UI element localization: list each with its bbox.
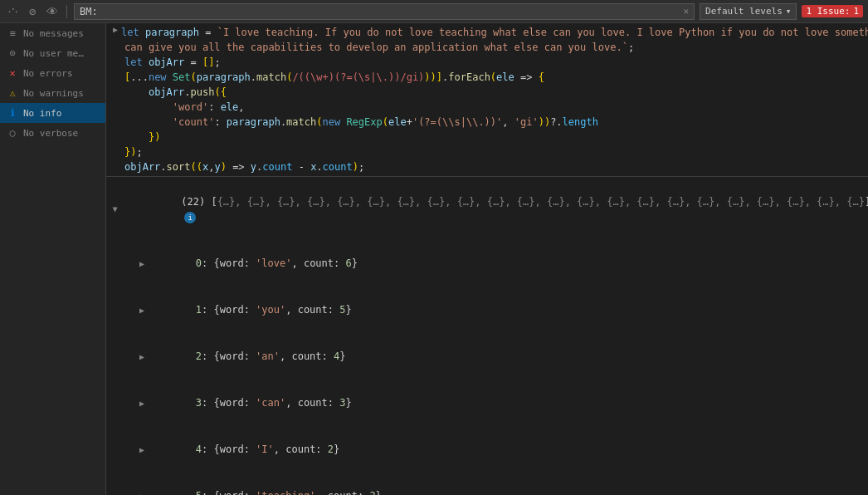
- main-content: ≡ No messages ⊙ No user me… ✕ No errors …: [0, 23, 868, 495]
- item-expand-1[interactable]: ▶: [139, 306, 144, 315]
- issues-count: 1: [853, 6, 859, 17]
- levels-label: Default levels: [705, 6, 783, 17]
- code-text-1: let paragraph = `I love teaching. If you…: [121, 25, 868, 40]
- sidebar-item-warnings[interactable]: ⚠ No warnings: [0, 83, 105, 103]
- code-line-9: });: [106, 145, 868, 159]
- levels-arrow: ▾: [786, 6, 792, 17]
- item-expand-0[interactable]: ▶: [139, 259, 144, 268]
- item-text-3: 3: {word: 'can', count: 3}: [148, 380, 352, 425]
- separator-1: [66, 5, 67, 18]
- item-text-1: 1: {word: 'you', count: 5}: [148, 287, 352, 332]
- code-line-7: 'count': paragraph.match(new RegExp(ele+…: [106, 115, 868, 130]
- expand-arrow-1[interactable]: ▶: [113, 25, 118, 34]
- sidebar-item-verbose[interactable]: ○ No verbose: [0, 123, 105, 143]
- array-item-5: ▶ 5: {word: 'teaching', count: 2}: [106, 473, 868, 495]
- code-text-10: objArr.sort((x,y) => y.count - x.count);: [124, 159, 364, 174]
- sidebar-item-errors[interactable]: ✕ No errors: [0, 63, 105, 83]
- settings-icon[interactable]: [5, 4, 20, 19]
- eye-icon[interactable]: 👁: [45, 4, 60, 19]
- code-line-6: 'word': ele,: [106, 100, 868, 115]
- array-item-1: ▶ 1: {word: 'you', count: 5}: [106, 287, 868, 333]
- search-clear-button[interactable]: ✕: [683, 6, 689, 17]
- array-item-0: ▶ 0: {word: 'love', count: 6}: [106, 240, 868, 287]
- array-item-2: ▶ 2: {word: 'an', count: 4}: [106, 333, 868, 380]
- circle-icon[interactable]: ⊘: [25, 4, 40, 19]
- search-container: ✕: [74, 3, 695, 20]
- code-text-4: [...new Set(paragraph.match(/((\w+)(?=(\…: [124, 70, 544, 85]
- code-editor: ▶ let paragraph = `I love teaching. If y…: [106, 23, 868, 177]
- code-area[interactable]: ▶ let paragraph = `I love teaching. If y…: [106, 23, 868, 495]
- code-text-6: 'word': ele,: [124, 100, 245, 115]
- code-line-8: }): [106, 130, 868, 145]
- user-icon: ⊙: [7, 47, 18, 59]
- warning-icon: ⚠: [7, 87, 18, 99]
- toolbar: ⊘ 👁 ✕ Default levels ▾ 1 Issue: 1: [0, 0, 868, 23]
- sidebar-item-user[interactable]: ⊙ No user me…: [0, 43, 105, 63]
- array-info-icon: i: [184, 212, 196, 223]
- search-input[interactable]: [80, 6, 683, 17]
- code-line-2: can give you all the capabilities to dev…: [106, 40, 868, 55]
- console-output: ▶ (22) [{…}, {…}, {…}, {…}, {…}, {…}, {……: [106, 177, 868, 495]
- code-line-5: objArr.push({: [106, 85, 868, 100]
- item-expand-4[interactable]: ▶: [139, 445, 144, 454]
- code-line-3: let objArr = [];: [106, 55, 868, 70]
- sidebar-item-info[interactable]: ℹ No info: [0, 103, 105, 123]
- array-expand-arrow[interactable]: ▶: [111, 207, 120, 212]
- code-line-10: objArr.sort((x,y) => y.count - x.count);: [106, 159, 868, 174]
- sidebar-errors-label: No errors: [23, 68, 73, 79]
- sidebar: ≡ No messages ⊙ No user me… ✕ No errors …: [0, 23, 106, 495]
- levels-dropdown[interactable]: Default levels ▾: [700, 3, 797, 20]
- info-icon: ℹ: [7, 107, 18, 119]
- array-items: ▶ 0: {word: 'love', count: 6} ▶ 1: {word…: [106, 240, 868, 495]
- sidebar-info-label: No info: [23, 108, 61, 119]
- issues-label: 1 Issue:: [806, 6, 850, 17]
- item-text-5: 5: {word: 'teaching', count: 2}: [148, 473, 382, 495]
- code-line-4: [...new Set(paragraph.match(/((\w+)(?=(\…: [106, 70, 868, 85]
- sidebar-item-messages[interactable]: ≡ No messages: [0, 23, 105, 43]
- error-icon: ✕: [7, 67, 18, 79]
- sidebar-verbose-label: No verbose: [23, 128, 78, 139]
- item-expand-2[interactable]: ▶: [139, 352, 144, 361]
- item-text-0: 0: {word: 'love', count: 6}: [148, 241, 358, 286]
- item-text-4: 4: {word: 'I', count: 2}: [148, 427, 339, 472]
- item-expand-5[interactable]: ▶: [139, 492, 144, 496]
- code-text-8: }): [124, 130, 160, 145]
- code-line-1: ▶ let paragraph = `I love teaching. If y…: [106, 25, 868, 40]
- array-item-4: ▶ 4: {word: 'I', count: 2}: [106, 426, 868, 473]
- item-text-2: 2: {word: 'an', count: 4}: [148, 334, 345, 379]
- code-text-7: 'count': paragraph.match(new RegExp(ele+…: [124, 115, 598, 130]
- issues-badge[interactable]: 1 Issue: 1: [802, 5, 863, 17]
- array-item-3: ▶ 3: {word: 'can', count: 3}: [106, 380, 868, 426]
- array-output-header: ▶ (22) [{…}, {…}, {…}, {…}, {…}, {…}, {……: [106, 179, 868, 240]
- code-text-5: objArr.push({: [124, 85, 227, 100]
- array-header-text: (22) [{…}, {…}, {…}, {…}, {…}, {…}, {…},…: [121, 179, 868, 239]
- sidebar-messages-label: No messages: [23, 28, 84, 39]
- messages-icon: ≡: [7, 27, 18, 39]
- verbose-icon: ○: [7, 127, 18, 139]
- item-expand-3[interactable]: ▶: [139, 399, 144, 408]
- code-text-9: });: [124, 145, 143, 159]
- sidebar-warnings-label: No warnings: [23, 88, 84, 99]
- code-text-2: can give you all the capabilities to dev…: [124, 40, 634, 55]
- sidebar-user-label: No user me…: [23, 48, 84, 59]
- code-text-3: let objArr = [];: [124, 55, 221, 70]
